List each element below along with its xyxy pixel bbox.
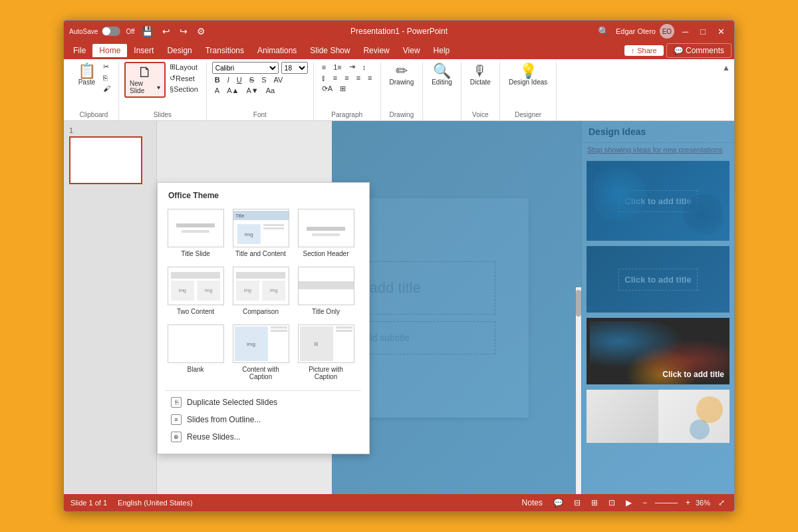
dictate-button[interactable]: 🎙 Dictate <box>467 62 494 88</box>
design-idea-2[interactable]: Click to add title <box>586 245 730 313</box>
customize-icon[interactable]: ⚙ <box>194 25 208 38</box>
slides-group: 🗋 New Slide ▾ ⊞ Layout ↺ Reset § Section… <box>119 62 207 120</box>
justify-button[interactable]: ≡ <box>365 73 374 82</box>
collapse-ribbon-button[interactable]: ▲ <box>722 63 730 72</box>
zoom-slider[interactable]: ──── <box>652 497 680 508</box>
menu-transitions[interactable]: Transitions <box>199 44 251 57</box>
italic-button[interactable]: I <box>225 75 232 84</box>
fit-to-window-button[interactable]: ⤢ <box>716 497 728 508</box>
increase-font-button[interactable]: A▲ <box>224 86 241 95</box>
strikethrough-button[interactable]: S <box>247 75 257 84</box>
indent-button[interactable]: ⇥ <box>346 62 358 72</box>
layout-thumb-two-content: img img <box>168 267 224 305</box>
decrease-font-button[interactable]: A▼ <box>243 86 261 95</box>
layout-title-only[interactable]: Title Only <box>296 265 356 317</box>
layout-label-title-only: Title Only <box>312 308 340 315</box>
menu-review[interactable]: Review <box>356 44 396 57</box>
font-color-button[interactable]: A <box>212 86 222 95</box>
comment-icon: 💬 <box>674 46 684 55</box>
design-idea-4[interactable] <box>586 389 730 444</box>
comments-button[interactable]: 💬 Comments <box>666 43 732 58</box>
maximize-button[interactable]: □ <box>696 25 710 38</box>
new-slide-button[interactable]: 🗋 New Slide ▾ <box>124 62 166 98</box>
design-ideas-button[interactable]: 💡 Design Ideas <box>505 62 551 88</box>
bullets-button[interactable]: ≡ <box>319 62 329 72</box>
menu-view[interactable]: View <box>396 44 427 57</box>
columns-button[interactable]: ⫿ <box>319 73 329 82</box>
scrollbar-thumb[interactable] <box>576 290 581 317</box>
user-name: Edgar Otero <box>616 27 656 35</box>
align-left-button[interactable]: ≡ <box>331 73 340 82</box>
autosave-toggle[interactable] <box>102 27 120 36</box>
drawing-button[interactable]: ✏ Drawing <box>386 62 418 88</box>
menu-home[interactable]: Home <box>92 44 127 57</box>
align-center-button[interactable]: ≡ <box>342 73 351 82</box>
menu-help[interactable]: Help <box>427 44 457 57</box>
align-right-button[interactable]: ≡ <box>354 73 363 82</box>
zoom-in-button[interactable]: + <box>683 497 693 508</box>
new-slide-icon: 🗋 <box>138 65 152 80</box>
layout-title-content[interactable]: Title img Title and Content <box>231 207 291 259</box>
font-label: Font <box>253 111 267 120</box>
text-direction-button[interactable]: ⟳A <box>319 84 335 94</box>
layout-two-content[interactable]: img img Two Content <box>166 265 225 317</box>
reuse-icon: ⊕ <box>171 432 182 442</box>
layout-section-header[interactable]: Section Header <box>296 207 356 259</box>
notes-button[interactable]: Notes <box>519 497 545 508</box>
bold-button[interactable]: B <box>212 75 223 84</box>
reuse-slides-item[interactable]: ⊕ Reuse Slides... <box>166 428 361 446</box>
line-spacing-button[interactable]: ↕ <box>360 62 369 72</box>
layout-button[interactable]: ⊞ Layout <box>167 62 201 72</box>
cut-button[interactable]: ✂ <box>100 62 113 72</box>
close-button[interactable]: ✕ <box>714 25 729 38</box>
layout-content-caption[interactable]: img Content with Caption <box>231 323 291 382</box>
format-painter-button[interactable]: 🖌 <box>100 84 113 93</box>
layout-thumb-content-caption: img <box>233 325 289 363</box>
duplicate-slides-item[interactable]: ⎘ Duplicate Selected Slides <box>166 394 361 411</box>
paste-button[interactable]: 📋 Paste <box>74 62 99 88</box>
design-idea-3[interactable]: Click to add title <box>586 317 730 385</box>
clear-format-button[interactable]: Aa <box>263 86 277 95</box>
font-family-select[interactable]: Calibri <box>212 62 279 74</box>
normal-view-button[interactable]: ⊟ <box>571 497 583 508</box>
comments-status-button[interactable]: 💬 <box>551 497 566 508</box>
status-bar: Slide 1 of 1 English (United States) Not… <box>64 494 734 511</box>
section-button[interactable]: § Section <box>167 84 201 94</box>
numbering-button[interactable]: 1≡ <box>331 62 344 72</box>
zoom-out-button[interactable]: − <box>640 497 650 508</box>
font-size-select[interactable]: 18 <box>281 62 308 74</box>
editing-button[interactable]: 🔍 Editing <box>428 62 456 88</box>
layout-picture-caption[interactable]: ⊞ Picture with Caption <box>296 323 356 382</box>
menu-animations[interactable]: Animations <box>251 44 303 57</box>
layout-comparison[interactable]: img img Comparison <box>231 265 291 317</box>
smart-art-convert-button[interactable]: ⊞ <box>337 84 348 94</box>
design-panel-scrollbar[interactable] <box>576 287 581 494</box>
designer-label: Designer <box>515 111 541 120</box>
slide-show-button[interactable]: ▶ <box>623 497 634 508</box>
clipboard-items: 📋 Paste ✂ ⎘ 🖌 <box>74 62 113 111</box>
slide-thumbnail[interactable] <box>69 136 142 184</box>
undo-icon[interactable]: ↩ <box>160 25 173 38</box>
underline-button[interactable]: U <box>234 75 245 84</box>
redo-icon[interactable]: ↪ <box>177 25 190 38</box>
design-panel-content: Click to add title Click to add title Cl… <box>582 156 734 494</box>
share-button[interactable]: ↑ Share <box>624 45 664 56</box>
layout-title-slide[interactable]: Title Slide <box>166 207 225 259</box>
menu-slide-show[interactable]: Slide Show <box>303 44 356 57</box>
menu-design[interactable]: Design <box>160 44 198 57</box>
menu-file[interactable]: File <box>66 44 92 57</box>
slides-outline-item[interactable]: ≡ Slides from Outline... <box>166 411 361 428</box>
layout-blank[interactable]: Blank <box>166 323 225 382</box>
minimize-button[interactable]: ─ <box>678 25 692 38</box>
copy-button[interactable]: ⎘ <box>100 73 113 82</box>
shadow-button[interactable]: S <box>259 75 269 84</box>
reset-button[interactable]: ↺ Reset <box>167 73 201 83</box>
reading-view-button[interactable]: ⊡ <box>606 497 618 508</box>
save-icon[interactable]: 💾 <box>139 25 156 38</box>
slide-sorter-button[interactable]: ⊞ <box>589 497 600 508</box>
menu-insert[interactable]: Insert <box>127 44 160 57</box>
char-spacing-button[interactable]: AV <box>271 75 285 84</box>
user-avatar[interactable]: EO <box>660 24 674 39</box>
search-icon[interactable]: 🔍 <box>595 25 612 38</box>
drawing-group-label: Drawing <box>390 111 414 120</box>
